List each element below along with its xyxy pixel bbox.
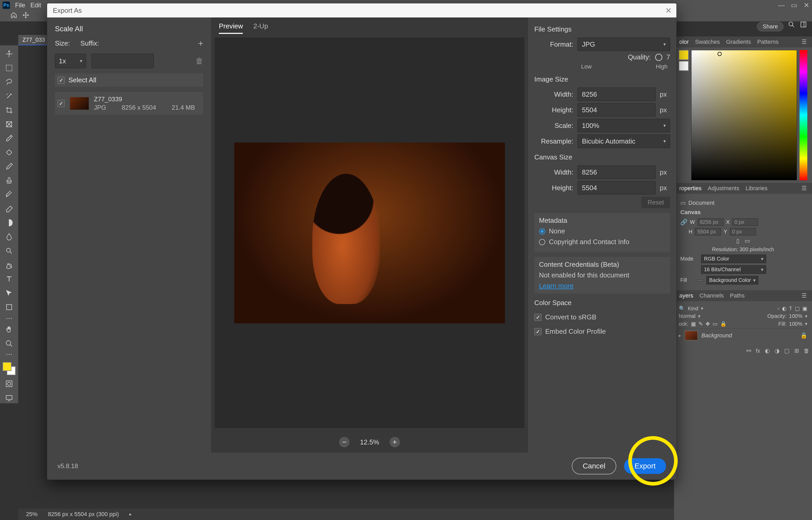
- asset-checkbox[interactable]: [57, 100, 65, 107]
- select-all-checkbox[interactable]: [57, 77, 65, 84]
- preview-area[interactable]: [215, 37, 525, 428]
- scale-select[interactable]: 100%▾: [578, 119, 670, 132]
- zoom-out-button[interactable]: −: [339, 437, 349, 447]
- format-label: Format:: [534, 41, 573, 49]
- c-height-label: Height:: [534, 184, 573, 192]
- metadata-copyright-row[interactable]: Copyright and Contact Info: [539, 238, 666, 246]
- reset-button[interactable]: Reset: [641, 197, 670, 208]
- add-size-icon[interactable]: +: [198, 38, 203, 49]
- metadata-heading: Metadata: [539, 216, 666, 225]
- suffix-label: Suffix:: [80, 40, 99, 47]
- format-select[interactable]: JPG▾: [578, 37, 670, 51]
- preview-image: [234, 142, 505, 323]
- metadata-none-row[interactable]: None: [539, 227, 666, 235]
- quality-slider[interactable]: [655, 54, 662, 61]
- resample-select[interactable]: Bicubic Automatic▾: [578, 134, 670, 148]
- radio-copyright-label: Copyright and Contact Info: [549, 238, 629, 246]
- convert-srgb-row[interactable]: Convert to sRGB: [534, 313, 670, 321]
- close-icon[interactable]: ✕: [665, 6, 672, 15]
- tab-preview[interactable]: Preview: [219, 22, 243, 34]
- resample-label: Resample:: [534, 137, 573, 146]
- radio-copyright[interactable]: [539, 239, 545, 245]
- unit-px: px: [660, 184, 670, 192]
- export-settings-column: File Settings Format: JPG▾ Quality: 7 Lo…: [528, 18, 676, 452]
- size-label: Size:: [55, 40, 70, 47]
- suffix-input[interactable]: [91, 54, 154, 68]
- asset-size: 21.4 MB: [172, 104, 195, 111]
- trash-icon[interactable]: 🗑: [195, 56, 203, 66]
- select-all-label: Select All: [68, 76, 96, 84]
- c-width-label: Width:: [534, 168, 573, 176]
- unit-px: px: [660, 90, 670, 99]
- version-text: v5.8.18: [57, 462, 78, 470]
- cc-heading: Content Credentials (Beta): [539, 261, 666, 268]
- zoom-in-button[interactable]: +: [390, 437, 400, 447]
- learn-more-link[interactable]: Learn more: [539, 282, 573, 290]
- quality-label: Quality:: [534, 53, 651, 61]
- asset-name: Z77_0339: [94, 96, 201, 103]
- asset-format: JPG: [94, 104, 106, 111]
- scale-label: Scale:: [534, 122, 573, 130]
- scale-all-heading: Scale All: [55, 25, 203, 33]
- image-size-heading: Image Size: [534, 75, 670, 83]
- embed-profile-label: Embed Color Profile: [545, 328, 606, 336]
- convert-srgb-label: Convert to sRGB: [545, 313, 596, 321]
- width-label: Width:: [534, 90, 573, 99]
- unit-px: px: [660, 106, 670, 114]
- zoom-value: 12.5%: [360, 438, 379, 446]
- select-all-row[interactable]: Select All: [55, 74, 203, 87]
- width-input[interactable]: 8256: [578, 87, 655, 101]
- quality-value: 7: [667, 53, 670, 61]
- asset-dims: 8256 x 5504: [122, 104, 156, 111]
- export-as-dialog: Export As ✕ Scale All Size: Suffix: + 1x…: [47, 3, 677, 480]
- dialog-backdrop: Export As ✕ Scale All Size: Suffix: + 1x…: [0, 0, 812, 520]
- quality-low-label: Low: [581, 63, 592, 70]
- quality-high-label: High: [656, 63, 668, 70]
- unit-px: px: [660, 168, 670, 176]
- size-select[interactable]: 1x▾: [55, 54, 86, 68]
- convert-srgb-checkbox[interactable]: [534, 314, 541, 321]
- color-space-heading: Color Space: [534, 299, 670, 307]
- dialog-titlebar: Export As ✕: [47, 3, 676, 18]
- height-input[interactable]: 5504: [578, 103, 655, 117]
- radio-none[interactable]: [539, 228, 545, 234]
- export-preview-column: Preview 2-Up − 12.5% +: [211, 18, 528, 452]
- canvas-width-input[interactable]: 8256: [578, 165, 655, 179]
- export-button[interactable]: Export: [624, 458, 666, 474]
- file-settings-heading: File Settings: [534, 25, 670, 33]
- dialog-footer: v5.8.18 Cancel Export: [47, 452, 676, 479]
- cancel-button[interactable]: Cancel: [572, 458, 616, 474]
- canvas-size-heading: Canvas Size: [534, 153, 670, 161]
- embed-profile-row[interactable]: Embed Color Profile: [534, 328, 670, 336]
- asset-row[interactable]: Z77_0339 JPG 8256 x 5504 21.4 MB: [55, 92, 203, 115]
- embed-profile-checkbox[interactable]: [534, 328, 541, 335]
- canvas-height-input[interactable]: 5504: [578, 181, 655, 194]
- tab-2up[interactable]: 2-Up: [253, 22, 268, 34]
- export-left-column: Scale All Size: Suffix: + 1x▾ 🗑 Select A…: [47, 18, 211, 452]
- height-label: Height:: [534, 106, 573, 114]
- radio-none-label: None: [549, 227, 565, 235]
- asset-thumbnail: [70, 97, 89, 110]
- cc-text: Not enabled for this document: [539, 271, 666, 279]
- dialog-title-text: Export As: [53, 6, 82, 15]
